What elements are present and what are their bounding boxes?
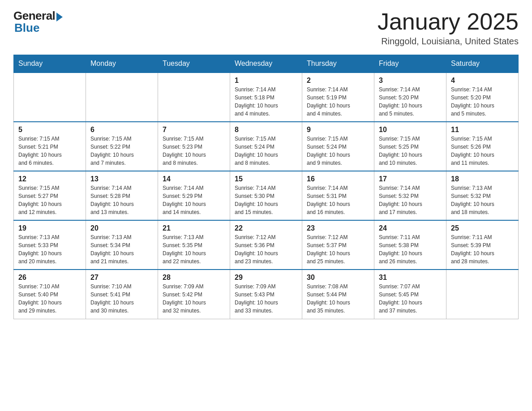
calendar-cell: 20Sunrise: 7:13 AMSunset: 5:34 PMDayligh… <box>86 220 158 270</box>
calendar-cell: 29Sunrise: 7:09 AMSunset: 5:43 PMDayligh… <box>230 270 302 319</box>
day-number: 26 <box>18 274 81 282</box>
day-number: 17 <box>379 175 442 183</box>
day-info: Sunrise: 7:15 AMSunset: 5:23 PMDaylight:… <box>163 135 225 167</box>
calendar-cell: 22Sunrise: 7:12 AMSunset: 5:36 PMDayligh… <box>230 220 302 270</box>
day-number: 13 <box>90 175 153 183</box>
day-info: Sunrise: 7:15 AMSunset: 5:22 PMDaylight:… <box>90 135 153 167</box>
calendar-week-row: 26Sunrise: 7:10 AMSunset: 5:40 PMDayligh… <box>14 270 519 319</box>
calendar-cell <box>86 73 158 122</box>
day-info: Sunrise: 7:12 AMSunset: 5:36 PMDaylight:… <box>235 233 297 265</box>
day-info: Sunrise: 7:15 AMSunset: 5:24 PMDaylight:… <box>235 135 297 167</box>
calendar-week-row: 5Sunrise: 7:15 AMSunset: 5:21 PMDaylight… <box>14 122 519 171</box>
calendar-cell: 17Sunrise: 7:14 AMSunset: 5:32 PMDayligh… <box>374 171 446 220</box>
day-number: 24 <box>379 224 442 232</box>
day-info: Sunrise: 7:10 AMSunset: 5:41 PMDaylight:… <box>90 283 153 315</box>
calendar-cell: 23Sunrise: 7:12 AMSunset: 5:37 PMDayligh… <box>302 220 374 270</box>
page-header: General Blue January 2025 Ringgold, Loui… <box>13 9 519 47</box>
day-info: Sunrise: 7:12 AMSunset: 5:37 PMDaylight:… <box>307 233 369 265</box>
calendar-cell: 5Sunrise: 7:15 AMSunset: 5:21 PMDaylight… <box>14 122 86 171</box>
page-title: January 2025 <box>378 9 519 34</box>
calendar-cell: 24Sunrise: 7:11 AMSunset: 5:38 PMDayligh… <box>374 220 446 270</box>
calendar-cell: 14Sunrise: 7:14 AMSunset: 5:29 PMDayligh… <box>158 171 230 220</box>
day-info: Sunrise: 7:13 AMSunset: 5:34 PMDaylight:… <box>90 233 153 265</box>
day-number: 27 <box>90 274 153 282</box>
day-info: Sunrise: 7:14 AMSunset: 5:20 PMDaylight:… <box>379 86 442 118</box>
day-info: Sunrise: 7:15 AMSunset: 5:27 PMDaylight:… <box>18 184 81 216</box>
calendar-cell <box>446 270 519 319</box>
day-number: 6 <box>90 126 153 134</box>
day-info: Sunrise: 7:14 AMSunset: 5:18 PMDaylight:… <box>235 86 297 118</box>
day-number: 11 <box>451 126 514 134</box>
day-number: 9 <box>307 126 369 134</box>
day-number: 5 <box>18 126 81 134</box>
day-info: Sunrise: 7:14 AMSunset: 5:30 PMDaylight:… <box>235 184 297 216</box>
day-info: Sunrise: 7:14 AMSunset: 5:20 PMDaylight:… <box>451 86 514 118</box>
day-number: 8 <box>235 126 297 134</box>
calendar-header-row: SundayMondayTuesdayWednesdayThursdayFrid… <box>14 55 519 73</box>
calendar-week-row: 1Sunrise: 7:14 AMSunset: 5:18 PMDaylight… <box>14 73 519 122</box>
day-number: 7 <box>163 126 225 134</box>
day-info: Sunrise: 7:14 AMSunset: 5:31 PMDaylight:… <box>307 184 369 216</box>
logo-blue-text: Blue <box>14 21 39 35</box>
day-info: Sunrise: 7:10 AMSunset: 5:40 PMDaylight:… <box>18 283 81 315</box>
calendar-cell: 3Sunrise: 7:14 AMSunset: 5:20 PMDaylight… <box>374 73 446 122</box>
calendar-cell: 18Sunrise: 7:13 AMSunset: 5:32 PMDayligh… <box>446 171 519 220</box>
calendar-cell: 21Sunrise: 7:13 AMSunset: 5:35 PMDayligh… <box>158 220 230 270</box>
day-number: 29 <box>235 274 297 282</box>
calendar-header-friday: Friday <box>374 55 446 73</box>
day-number: 31 <box>379 274 442 282</box>
calendar-cell: 27Sunrise: 7:10 AMSunset: 5:41 PMDayligh… <box>86 270 158 319</box>
calendar-cell <box>14 73 86 122</box>
title-block: January 2025 Ringgold, Louisiana, United… <box>378 9 519 47</box>
page-location: Ringgold, Louisiana, United States <box>378 36 519 47</box>
day-number: 16 <box>307 175 369 183</box>
day-number: 10 <box>379 126 442 134</box>
calendar-header-tuesday: Tuesday <box>158 55 230 73</box>
calendar-cell: 25Sunrise: 7:11 AMSunset: 5:39 PMDayligh… <box>446 220 519 270</box>
calendar-cell: 31Sunrise: 7:07 AMSunset: 5:45 PMDayligh… <box>374 270 446 319</box>
day-info: Sunrise: 7:14 AMSunset: 5:28 PMDaylight:… <box>90 184 153 216</box>
day-info: Sunrise: 7:13 AMSunset: 5:32 PMDaylight:… <box>451 184 514 216</box>
calendar-cell: 28Sunrise: 7:09 AMSunset: 5:42 PMDayligh… <box>158 270 230 319</box>
calendar-cell: 2Sunrise: 7:14 AMSunset: 5:19 PMDaylight… <box>302 73 374 122</box>
logo-arrow-icon <box>56 13 63 21</box>
day-number: 1 <box>235 77 297 85</box>
day-number: 30 <box>307 274 369 282</box>
calendar-header-wednesday: Wednesday <box>230 55 302 73</box>
day-number: 20 <box>90 224 153 232</box>
day-info: Sunrise: 7:15 AMSunset: 5:26 PMDaylight:… <box>451 135 514 167</box>
logo: General Blue <box>13 9 63 35</box>
calendar-cell: 10Sunrise: 7:15 AMSunset: 5:25 PMDayligh… <box>374 122 446 171</box>
day-number: 14 <box>163 175 225 183</box>
calendar-cell: 12Sunrise: 7:15 AMSunset: 5:27 PMDayligh… <box>14 171 86 220</box>
calendar-header-saturday: Saturday <box>446 55 519 73</box>
day-number: 15 <box>235 175 297 183</box>
calendar-cell: 26Sunrise: 7:10 AMSunset: 5:40 PMDayligh… <box>14 270 86 319</box>
day-info: Sunrise: 7:14 AMSunset: 5:29 PMDaylight:… <box>163 184 225 216</box>
day-info: Sunrise: 7:14 AMSunset: 5:19 PMDaylight:… <box>307 86 369 118</box>
calendar-week-row: 12Sunrise: 7:15 AMSunset: 5:27 PMDayligh… <box>14 171 519 220</box>
calendar-cell: 11Sunrise: 7:15 AMSunset: 5:26 PMDayligh… <box>446 122 519 171</box>
day-number: 12 <box>18 175 81 183</box>
calendar-table: SundayMondayTuesdayWednesdayThursdayFrid… <box>13 55 519 319</box>
calendar-cell: 8Sunrise: 7:15 AMSunset: 5:24 PMDaylight… <box>230 122 302 171</box>
day-info: Sunrise: 7:15 AMSunset: 5:24 PMDaylight:… <box>307 135 369 167</box>
day-info: Sunrise: 7:13 AMSunset: 5:33 PMDaylight:… <box>18 233 81 265</box>
calendar-cell: 15Sunrise: 7:14 AMSunset: 5:30 PMDayligh… <box>230 171 302 220</box>
calendar-cell: 9Sunrise: 7:15 AMSunset: 5:24 PMDaylight… <box>302 122 374 171</box>
day-info: Sunrise: 7:15 AMSunset: 5:21 PMDaylight:… <box>18 135 81 167</box>
day-info: Sunrise: 7:13 AMSunset: 5:35 PMDaylight:… <box>163 233 225 265</box>
day-number: 21 <box>163 224 225 232</box>
day-info: Sunrise: 7:15 AMSunset: 5:25 PMDaylight:… <box>379 135 442 167</box>
calendar-cell <box>158 73 230 122</box>
day-info: Sunrise: 7:11 AMSunset: 5:39 PMDaylight:… <box>451 233 514 265</box>
calendar-header-thursday: Thursday <box>302 55 374 73</box>
day-info: Sunrise: 7:08 AMSunset: 5:44 PMDaylight:… <box>307 283 369 315</box>
day-number: 22 <box>235 224 297 232</box>
day-number: 28 <box>163 274 225 282</box>
day-info: Sunrise: 7:07 AMSunset: 5:45 PMDaylight:… <box>379 283 442 315</box>
day-number: 2 <box>307 77 369 85</box>
calendar-cell: 16Sunrise: 7:14 AMSunset: 5:31 PMDayligh… <box>302 171 374 220</box>
calendar-header-monday: Monday <box>86 55 158 73</box>
day-number: 3 <box>379 77 442 85</box>
